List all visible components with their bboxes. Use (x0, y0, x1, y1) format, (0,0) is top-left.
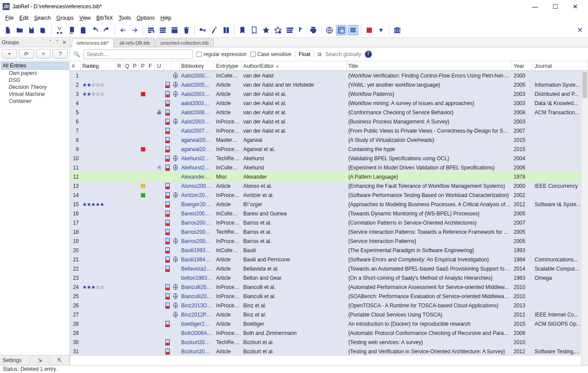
entry-editor-icon[interactable] (169, 25, 180, 35)
dropdown-icon[interactable]: ▾ (376, 25, 386, 35)
tree-item[interactable]: Virtual Machine (1, 91, 69, 98)
col-q[interactable]: Q (123, 61, 131, 70)
collapse-up-icon[interactable]: ˄ (47, 39, 54, 46)
save-icon[interactable] (26, 25, 37, 35)
toggle-preview-icon[interactable] (336, 25, 346, 35)
table-row[interactable]: 19Barros2005S...InProcee...Barros et al.… (70, 236, 588, 246)
table-row[interactable]: 23belton1983s...ArticleBelton and Gear{O… (70, 273, 588, 282)
col-p1[interactable]: P (131, 61, 139, 70)
toggle-groups-icon[interactable] (348, 25, 358, 35)
redo-icon[interactable] (102, 25, 112, 35)
tree-item[interactable]: Own papers (1, 70, 69, 77)
table-row[interactable]: 15★★★★★Boerger2012...ArticleB\"orger{App… (70, 200, 588, 209)
minimize-button[interactable]: — (525, 0, 545, 13)
col-entrytype[interactable]: Entrytype (214, 61, 242, 70)
help-groups-button[interactable]: ? (52, 49, 68, 59)
web-search-icon[interactable] (324, 25, 335, 35)
menu-options[interactable]: Options (134, 14, 157, 22)
table-row[interactable]: 29Both2008Aut...InProcee...Both and Zimm… (70, 328, 588, 338)
col-author[interactable]: Author/Editor▲ (242, 61, 346, 70)
table-row[interactable]: 7Aalst2007Fro...InProcee...van der Aalst… (70, 126, 588, 135)
close-button[interactable]: ✕ (565, 0, 585, 13)
table-row[interactable]: 25Bianculli201...InProcee...Bianculli et… (70, 292, 588, 301)
add-group-button[interactable]: + (2, 49, 17, 59)
tree-item[interactable]: DSG (1, 77, 69, 84)
col-url[interactable] (172, 61, 179, 70)
table-row[interactable]: 1Aalst2000Wo...InCollecti...van der Aals… (70, 71, 588, 80)
table-row[interactable]: 2★★☆☆☆Aalst2005YA...Articlevan der Aalst… (70, 80, 588, 89)
col-journal[interactable]: Journal (533, 61, 588, 70)
col-f[interactable]: F (147, 61, 155, 70)
table-row[interactable]: 24★★★☆☆Bianculli201...InProcee...Biancul… (70, 282, 588, 292)
float-label[interactable]: Float (299, 51, 311, 57)
tree-item[interactable]: Decision Theory (1, 84, 69, 91)
tab-references[interactable]: references.bib* (72, 39, 114, 47)
menu-groups[interactable]: Groups (54, 14, 76, 22)
collapse-icon[interactable]: ⇱ (50, 355, 70, 365)
open-folder-icon[interactable] (14, 25, 25, 35)
open-external-icon[interactable]: ⧉ (318, 51, 322, 57)
table-row[interactable]: 11⎘Akehurst200...InCollecti...Akehurst{E… (70, 163, 588, 172)
generate-key-icon[interactable] (197, 25, 208, 35)
new-entry-icon[interactable] (146, 25, 156, 35)
menu-view[interactable]: View (77, 14, 93, 22)
col-number[interactable]: # (70, 61, 80, 70)
paste-icon[interactable] (78, 25, 88, 35)
quality-icon[interactable] (273, 25, 283, 35)
col-ranking[interactable]: Ranking (80, 61, 116, 70)
cleanup-icon[interactable] (209, 25, 220, 35)
ranking-icon[interactable] (284, 25, 295, 35)
menu-bibtex[interactable]: BibTeX (94, 14, 116, 22)
search-input[interactable] (84, 49, 193, 59)
tree-root-all-entries[interactable]: All Entries (1, 62, 69, 70)
forward-icon[interactable] (130, 25, 140, 35)
col-u[interactable]: U (155, 61, 164, 70)
menu-file[interactable]: File (3, 14, 16, 22)
settings-button[interactable]: Settings (0, 355, 30, 365)
col-year[interactable]: Year (512, 61, 533, 70)
table-row[interactable]: 27Binz2012Port...ArticleBinz et al.{Port… (70, 310, 588, 319)
entry-table[interactable]: 1Aalst2000Wo...InCollecti...van der Aals… (70, 71, 588, 365)
table-row[interactable]: 21Basili1984S...ArticleBasili and Perric… (70, 255, 588, 264)
tree-item[interactable]: Container (1, 98, 69, 105)
regex-checkbox[interactable]: regular expression (196, 51, 247, 57)
col-p2[interactable]: P (139, 61, 147, 70)
table-row[interactable]: 28boettiger201...ArticleBoettigerAn intr… (70, 319, 588, 328)
table-row[interactable]: 16Baresi2005T...InCollecti...Baresi and … (70, 209, 588, 218)
auto-group-button[interactable]: ✧ (36, 49, 51, 59)
table-row[interactable]: 18Barros2005S...TechRep...Barros et al.{… (70, 227, 588, 236)
col-title[interactable]: Title (346, 61, 512, 70)
col-bibtexkey[interactable]: Bibtexkey (179, 61, 214, 70)
new-file-icon[interactable] (3, 25, 13, 35)
table-row[interactable]: 14Avritzer2002...InProcee...Avritzer et … (70, 190, 588, 200)
case-checkbox[interactable]: Case sensitive (250, 51, 291, 57)
undo-icon[interactable] (90, 25, 100, 35)
table-row[interactable]: 9agarwal2015...InProcee...Agarwal et al.… (70, 144, 588, 154)
table-row[interactable]: 5🖶Aalst2008Co...Articlevan der Aalst et … (70, 108, 588, 117)
copy-icon[interactable] (66, 25, 77, 35)
table-row[interactable]: 22Bellavista20...ArticleBellavista et al… (70, 264, 588, 273)
table-row[interactable]: 10Akehurst200...TechRep...Akehurst{Valid… (70, 154, 588, 163)
help-icon[interactable]: ? (365, 51, 372, 58)
col-r[interactable]: R (116, 61, 123, 70)
delete-icon[interactable] (181, 25, 192, 35)
relevance-icon[interactable] (261, 25, 271, 35)
table-row[interactable]: 4aalst2003mi...Articlevan der Aalst et a… (70, 99, 588, 108)
table-row[interactable]: 8agarwal2015...MastersT...Agarwal{A Stud… (70, 135, 588, 144)
table-row[interactable]: 6Aalst2003Bu...InProcee...van der Aalst … (70, 117, 588, 126)
table-row[interactable]: 30Bozkurt2010...TechRep...Bozkurt et al.… (70, 338, 588, 347)
tab-all-refs[interactable]: all-refs-DB.bib (115, 39, 155, 47)
table-row[interactable]: 20Basili1993Ex...InCollecti...Basili{The… (70, 246, 588, 255)
edit-entry-icon[interactable] (158, 25, 168, 35)
col-file[interactable] (164, 61, 172, 70)
tab-unsorted[interactable]: unsorted-collection.bib (156, 39, 214, 47)
table-row[interactable]: 13Alonso2000...ArticleAlonso et al.{Enha… (70, 181, 588, 190)
mark-icon[interactable] (237, 25, 248, 35)
menu-help[interactable]: Help (158, 14, 174, 22)
scrollbar[interactable] (581, 71, 588, 365)
expand-down-icon[interactable]: ˅ (54, 39, 61, 46)
print-icon[interactable] (308, 25, 318, 35)
menu-search[interactable]: Search (32, 14, 53, 22)
table-row[interactable]: 12Alexander19...MiscAlexander{A Pattern … (70, 172, 588, 181)
table-row[interactable]: 26Binz2013Op...InProcee...Binz et al.{Op… (70, 301, 588, 310)
